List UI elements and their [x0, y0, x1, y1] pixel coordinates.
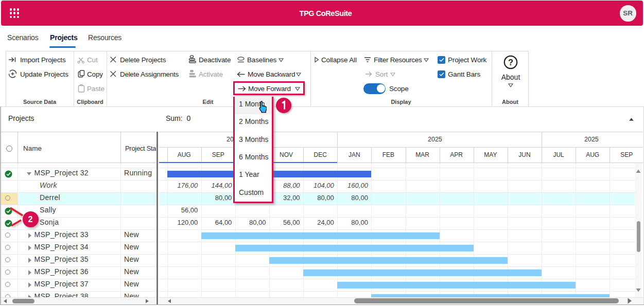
svg-text:?: ?: [508, 58, 513, 67]
